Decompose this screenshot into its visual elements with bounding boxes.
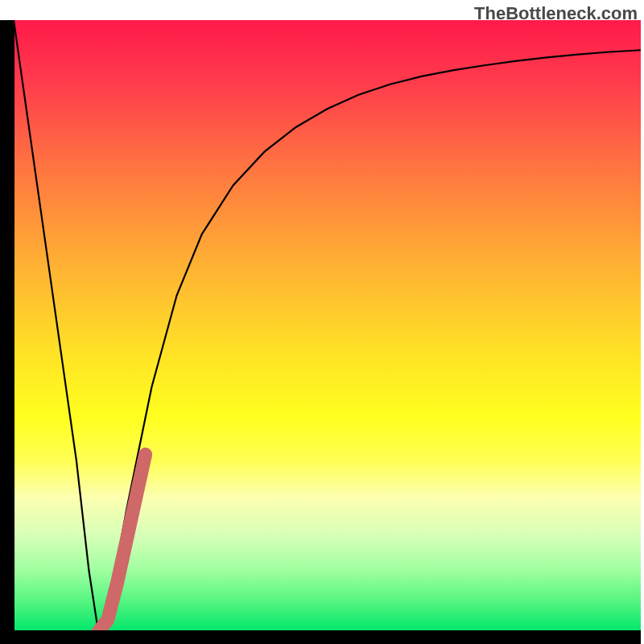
- watermark-text: TheBottleneck.com: [474, 3, 638, 24]
- severity-gradient-background: [14, 20, 641, 632]
- axis-left-border: [0, 20, 14, 644]
- axis-bottom-border: [14, 630, 641, 644]
- chart-container: TheBottleneck.com: [0, 0, 644, 644]
- plot-area: [14, 20, 641, 632]
